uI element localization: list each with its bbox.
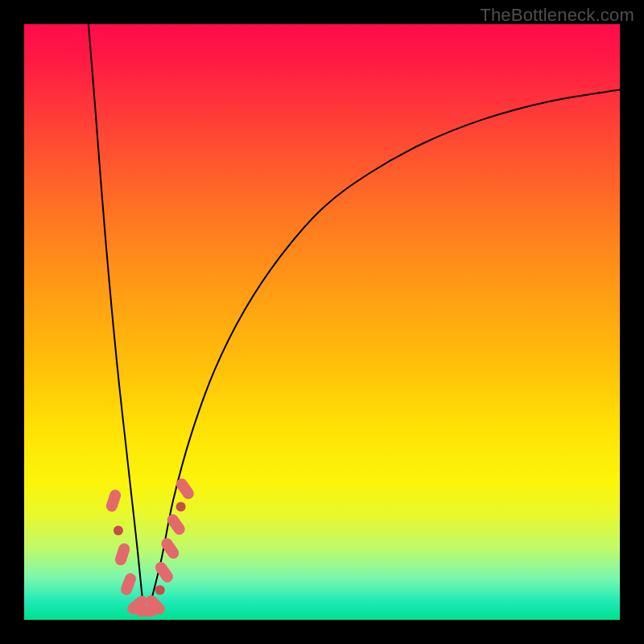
watermark-text: TheBottleneck.com bbox=[480, 5, 634, 26]
data-marker-capsule bbox=[174, 477, 196, 502]
data-marker-dot bbox=[114, 526, 123, 535]
chart-frame: TheBottleneck.com bbox=[0, 0, 644, 644]
plot-area bbox=[24, 24, 620, 620]
data-marker-capsule bbox=[114, 542, 131, 567]
data-marker-dot bbox=[176, 502, 186, 511]
bottleneck-curve-right_arm bbox=[149, 89, 620, 608]
data-marker-dot bbox=[155, 585, 165, 595]
bottleneck-curve-left_arm bbox=[89, 24, 143, 608]
data-marker-capsule bbox=[105, 489, 122, 514]
curve-layer bbox=[24, 24, 620, 620]
data-marker-capsule bbox=[119, 572, 138, 597]
